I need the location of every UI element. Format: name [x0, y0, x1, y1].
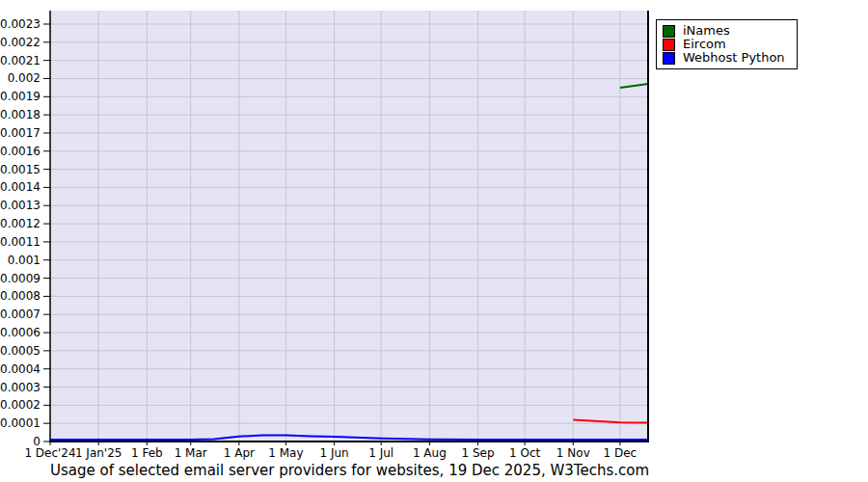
- plot-svg: 00.00010.00020.00030.00040.00050.00060.0…: [0, 0, 868, 482]
- legend-swatch-icon: [663, 52, 675, 65]
- x-tick-label: 1 Feb: [131, 446, 163, 460]
- y-tick-label: 0.0018: [0, 108, 41, 121]
- y-tick-label: 0.0001: [0, 416, 41, 430]
- legend-swatch-icon: [663, 39, 675, 51]
- y-tick-label: 0.0019: [0, 90, 41, 103]
- y-tick-label: 0.0011: [0, 235, 41, 249]
- x-tick-label: 1 Sep: [462, 446, 495, 460]
- legend-label: Eircom: [683, 38, 726, 51]
- y-tick-label: 0.0005: [0, 344, 41, 358]
- y-tick-label: 0.0016: [0, 145, 41, 158]
- y-tick-label: 0.0013: [0, 199, 41, 212]
- x-tick-label: 1 Aug: [413, 446, 447, 460]
- y-tick-label: 0.0012: [0, 217, 41, 230]
- y-tick-label: 0.0004: [0, 362, 41, 376]
- x-tick-label: 1 May: [268, 446, 303, 460]
- y-tick-label: 0.0002: [0, 398, 41, 412]
- x-tick-label: 1 Jun: [320, 446, 349, 460]
- chart-title: Usage of selected email server providers…: [50, 462, 648, 479]
- y-tick-label: 0.0006: [0, 326, 41, 339]
- y-tick-label: 0.0021: [0, 54, 41, 67]
- y-tick-label: 0.002: [8, 71, 41, 85]
- y-tick-label: 0.0022: [0, 36, 41, 49]
- y-tick-label: 0.0008: [0, 289, 41, 303]
- y-tick-label: 0.0009: [0, 272, 41, 285]
- legend: iNamesEircomWebhost Python: [656, 19, 798, 69]
- plot-area: [50, 11, 648, 442]
- y-tick-label: 0.0014: [0, 180, 41, 194]
- y-tick-label: 0.001: [8, 254, 41, 267]
- y-tick-label: 0.0015: [0, 163, 41, 176]
- legend-swatch-icon: [663, 25, 675, 38]
- x-tick-label: 1 Dec'24: [24, 446, 75, 460]
- chart-figure: 00.00010.00020.00030.00040.00050.00060.0…: [0, 0, 868, 482]
- y-tick-label: 0.0003: [0, 381, 41, 394]
- legend-item-inames: iNames: [663, 24, 785, 38]
- legend-item-eircom: Eircom: [663, 38, 785, 51]
- y-tick-label: 0.0017: [0, 126, 41, 140]
- x-tick-label: 1 Apr: [224, 446, 255, 460]
- legend-label: iNames: [683, 24, 730, 38]
- y-tick-label: 0.0007: [0, 308, 41, 321]
- x-tick-label: 1 Jan'25: [75, 446, 122, 460]
- y-tick-label: 0.0023: [0, 17, 41, 31]
- legend-item-webhost-python: Webhost Python: [663, 51, 785, 65]
- x-tick-label: 1 Dec: [604, 446, 637, 460]
- x-tick-label: 1 Jul: [368, 446, 393, 460]
- legend-label: Webhost Python: [683, 51, 785, 65]
- x-tick-label: 1 Nov: [556, 446, 590, 460]
- x-tick-label: 1 Mar: [175, 446, 207, 460]
- x-tick-label: 1 Oct: [509, 446, 540, 460]
